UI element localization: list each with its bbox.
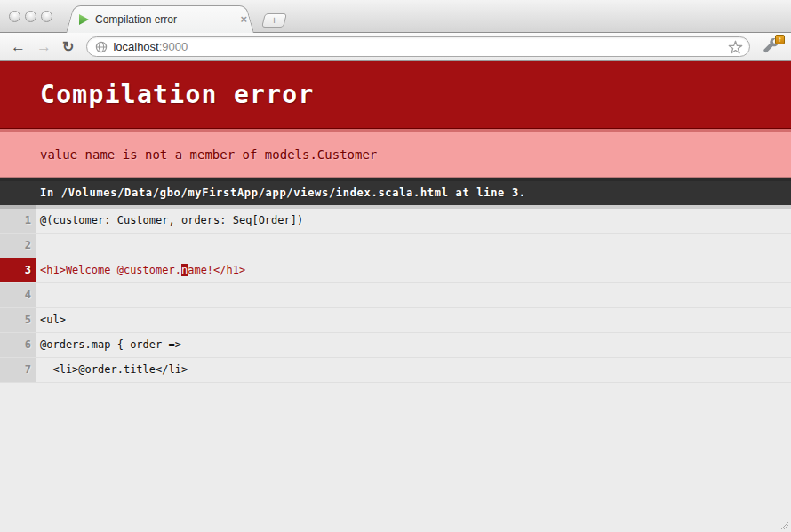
line-code bbox=[36, 283, 791, 307]
resize-grip[interactable] bbox=[778, 519, 789, 530]
reload-button[interactable]: ↻ bbox=[59, 39, 77, 54]
source-line: 7 <li>@order.title</li> bbox=[0, 358, 791, 383]
tab-title: Compilation error bbox=[95, 13, 235, 26]
close-button[interactable] bbox=[9, 11, 20, 22]
bookmark-star-icon[interactable] bbox=[728, 40, 743, 55]
line-number: 2 bbox=[0, 234, 36, 258]
page-title: Compilation error bbox=[0, 61, 791, 129]
source-line: 2 bbox=[0, 234, 791, 258]
code-before-marker: <h1>Welcome @customer. bbox=[40, 264, 181, 276]
tab-close-icon[interactable]: × bbox=[240, 13, 247, 25]
line-code: <h1>Welcome @customer.name!</h1> bbox=[36, 258, 791, 282]
settings-wrench-button[interactable]: ↑ bbox=[757, 36, 784, 58]
source-line: 6 @orders.map { order => bbox=[0, 333, 791, 358]
line-code: @(customer: Customer, orders: Seq[Order]… bbox=[36, 205, 791, 233]
address-bar[interactable]: localhost:9000 bbox=[86, 36, 750, 57]
tab-strip: Compilation error × + bbox=[0, 0, 791, 33]
browser-toolbar: ← → ↻ localhost:9000 ↑ bbox=[0, 33, 791, 61]
url-port: :9000 bbox=[159, 40, 188, 53]
line-number: 6 bbox=[0, 333, 36, 357]
forward-button[interactable]: → bbox=[33, 39, 55, 54]
line-number: 4 bbox=[0, 283, 36, 307]
line-code: <li>@order.title</li> bbox=[36, 358, 791, 382]
line-code: @orders.map { order => bbox=[36, 333, 791, 357]
back-button[interactable]: ← bbox=[7, 39, 29, 54]
tab-compilation-error[interactable]: Compilation error × bbox=[66, 5, 254, 33]
line-number: 1 bbox=[0, 205, 36, 233]
code-after-marker: ame!</h1> bbox=[188, 264, 245, 276]
window-controls bbox=[9, 11, 52, 22]
source-line: 5 <ul> bbox=[0, 308, 791, 333]
source-line: 1 @(customer: Customer, orders: Seq[Orde… bbox=[0, 205, 791, 234]
plus-icon: + bbox=[271, 15, 277, 26]
zoom-button[interactable] bbox=[41, 11, 52, 22]
line-number: 5 bbox=[0, 308, 36, 332]
line-code: <ul> bbox=[36, 308, 791, 332]
url-host: localhost bbox=[113, 40, 158, 53]
source-line: 4 bbox=[0, 283, 791, 308]
minimize-button[interactable] bbox=[25, 11, 36, 22]
play-favicon-icon bbox=[78, 13, 90, 26]
source-line-error: 3 <h1>Welcome @customer.name!</h1> bbox=[0, 258, 791, 283]
source-listing: 1 @(customer: Customer, orders: Seq[Orde… bbox=[0, 205, 791, 383]
line-number: 7 bbox=[0, 358, 36, 382]
page-content: Compilation error value name is not a me… bbox=[0, 61, 791, 532]
error-location: In /Volumes/Data/gbo/myFirstApp/app/view… bbox=[0, 178, 791, 205]
error-detail: value name is not a member of models.Cus… bbox=[0, 129, 791, 178]
update-badge: ↑ bbox=[775, 35, 785, 44]
line-code bbox=[36, 234, 791, 258]
new-tab-button[interactable]: + bbox=[261, 13, 287, 28]
globe-icon bbox=[95, 41, 108, 53]
line-number: 3 bbox=[0, 258, 36, 282]
browser-window: Compilation error × + ← → ↻ localhost:90… bbox=[0, 0, 791, 532]
